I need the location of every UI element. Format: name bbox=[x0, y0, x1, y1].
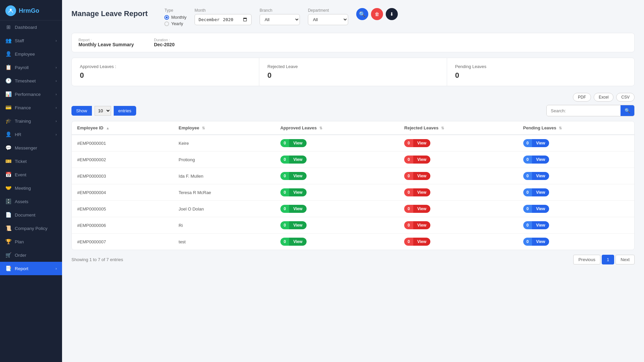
pending-badge-5[interactable]: 0 View bbox=[523, 221, 549, 229]
approved-view-6[interactable]: View bbox=[289, 238, 306, 246]
cell-pending-2: 0 View bbox=[518, 168, 634, 184]
pending-view-4[interactable]: View bbox=[532, 205, 549, 213]
sidebar-item-assets[interactable]: 🗄️ Assets bbox=[0, 195, 62, 208]
approved-view-1[interactable]: View bbox=[289, 156, 306, 164]
rejected-view-2[interactable]: View bbox=[413, 172, 430, 180]
approved-badge-4[interactable]: 0 View bbox=[280, 205, 307, 213]
sidebar-item-report[interactable]: 📑 Report › bbox=[0, 262, 62, 275]
search-button[interactable]: 🔍 bbox=[356, 8, 368, 20]
approved-view-2[interactable]: View bbox=[289, 172, 306, 180]
rejected-badge-4[interactable]: 0 View bbox=[404, 205, 430, 213]
approved-view-4[interactable]: View bbox=[289, 205, 306, 213]
rejected-view-6[interactable]: View bbox=[413, 238, 430, 246]
col-approved-leaves[interactable]: Approved Leaves ⇅ bbox=[275, 121, 399, 135]
month-filter-label: Month bbox=[195, 8, 252, 13]
search-box: 🔍 bbox=[546, 105, 635, 116]
search-input[interactable] bbox=[547, 106, 621, 116]
month-input[interactable] bbox=[195, 14, 252, 25]
yearly-option[interactable]: Yearly bbox=[164, 21, 186, 26]
pending-badge-3[interactable]: 0 View bbox=[523, 188, 549, 196]
pending-view-3[interactable]: View bbox=[532, 188, 549, 196]
approved-count-5: 0 bbox=[280, 221, 289, 229]
rejected-view-4[interactable]: View bbox=[413, 205, 430, 213]
pending-badge-2[interactable]: 0 View bbox=[523, 172, 549, 180]
sidebar-item-document[interactable]: 📄 Document bbox=[0, 208, 62, 222]
department-select[interactable]: All bbox=[308, 14, 348, 25]
pending-badge-6[interactable]: 0 View bbox=[523, 238, 549, 246]
pending-badge-4[interactable]: 0 View bbox=[523, 205, 549, 213]
entries-select[interactable]: 10 25 50 bbox=[95, 106, 111, 116]
sidebar-item-dashboard[interactable]: ⊞ Dashboard bbox=[0, 20, 62, 34]
show-button[interactable]: Show bbox=[71, 106, 92, 116]
approved-badge-3[interactable]: 0 View bbox=[280, 188, 307, 196]
sidebar-item-hr[interactable]: 👤 HR › bbox=[0, 128, 62, 141]
rejected-badge-3[interactable]: 0 View bbox=[404, 188, 430, 196]
sidebar-item-training[interactable]: 🎓 Training › bbox=[0, 114, 62, 128]
sidebar-item-company-policy[interactable]: 📜 Company Policy bbox=[0, 222, 62, 235]
branch-select[interactable]: All bbox=[260, 14, 300, 25]
excel-button[interactable]: Excel bbox=[594, 93, 613, 102]
rejected-badge-5[interactable]: 0 View bbox=[404, 221, 430, 229]
rejected-badge-1[interactable]: 0 View bbox=[404, 156, 430, 164]
sidebar-label-8: HR bbox=[15, 132, 21, 137]
search-icon-button[interactable]: 🔍 bbox=[621, 105, 634, 116]
pending-view-5[interactable]: View bbox=[532, 221, 549, 229]
sidebar-item-order[interactable]: 🛒 Order bbox=[0, 248, 62, 262]
approved-badge-1[interactable]: 0 View bbox=[280, 156, 307, 164]
csv-button[interactable]: CSV bbox=[616, 93, 635, 102]
pending-view-6[interactable]: View bbox=[532, 238, 549, 246]
sidebar-item-event[interactable]: 📅 Event bbox=[0, 168, 62, 181]
delete-button[interactable]: 🗑 bbox=[371, 8, 383, 20]
approved-view-5[interactable]: View bbox=[289, 221, 306, 229]
next-button[interactable]: Next bbox=[615, 255, 635, 264]
rejected-view-3[interactable]: View bbox=[413, 188, 430, 196]
col-employee[interactable]: Employee ⇅ bbox=[173, 121, 275, 135]
sidebar-item-timesheet[interactable]: 🕐 Timesheet › bbox=[0, 74, 62, 87]
sidebar-item-left-7: 🎓 Training bbox=[5, 118, 31, 124]
sidebar-item-employee[interactable]: 👤 Employee bbox=[0, 47, 62, 61]
sidebar-item-finance[interactable]: 💳 Finance › bbox=[0, 101, 62, 114]
sidebar-icon-1: 👥 bbox=[5, 38, 11, 44]
approved-leaves-card: Approved Leaves : 0 bbox=[72, 58, 259, 86]
pending-view-2[interactable]: View bbox=[532, 172, 549, 180]
sidebar-icon-8: 👤 bbox=[5, 131, 11, 137]
sidebar-item-ticket[interactable]: 🎫 Ticket bbox=[0, 155, 62, 168]
cell-approved-0: 0 View bbox=[275, 135, 399, 152]
pending-badge-0[interactable]: 0 View bbox=[523, 139, 549, 147]
previous-button[interactable]: Previous bbox=[573, 255, 600, 264]
sidebar-item-messenger[interactable]: 💬 Messenger bbox=[0, 141, 62, 155]
pending-view-1[interactable]: View bbox=[532, 156, 549, 164]
rejected-badge-2[interactable]: 0 View bbox=[404, 172, 430, 180]
yearly-radio[interactable] bbox=[164, 21, 169, 26]
cell-emp-id-1: #EMP0000002 bbox=[72, 152, 173, 168]
sidebar-item-performance[interactable]: 📊 Performance › bbox=[0, 87, 62, 101]
sidebar-item-staff[interactable]: 👥 Staff › bbox=[0, 34, 62, 47]
pending-view-0[interactable]: View bbox=[532, 139, 549, 147]
col-pending-leaves[interactable]: Pending Leaves ⇅ bbox=[518, 121, 634, 135]
sidebar-icon-14: 📄 bbox=[5, 212, 11, 218]
page-1-button[interactable]: 1 bbox=[602, 255, 614, 264]
approved-badge-2[interactable]: 0 View bbox=[280, 172, 307, 180]
download-button[interactable]: ⬇ bbox=[386, 8, 398, 20]
pending-badge-1[interactable]: 0 View bbox=[523, 156, 549, 164]
rejected-view-5[interactable]: View bbox=[413, 221, 430, 229]
rejected-view-0[interactable]: View bbox=[413, 139, 430, 147]
sidebar-item-meeting[interactable]: 🤝 Meeting bbox=[0, 181, 62, 195]
approved-badge-6[interactable]: 0 View bbox=[280, 238, 307, 246]
sidebar-item-payroll[interactable]: 📋 Payroll › bbox=[0, 61, 62, 74]
monthly-option[interactable]: Monthly bbox=[164, 15, 186, 20]
approved-badge-5[interactable]: 0 View bbox=[280, 221, 307, 229]
approved-view-3[interactable]: View bbox=[289, 188, 306, 196]
monthly-radio[interactable] bbox=[164, 15, 169, 20]
approved-view-0[interactable]: View bbox=[289, 139, 306, 147]
rejected-badge-6[interactable]: 0 View bbox=[404, 238, 430, 246]
rejected-badge-0[interactable]: 0 View bbox=[404, 139, 430, 147]
col-employee-id[interactable]: Employee ID ▲ bbox=[72, 121, 173, 135]
sidebar-item-plan[interactable]: 🏆 Plan bbox=[0, 235, 62, 248]
cell-emp-name-0: Keire bbox=[173, 135, 275, 152]
approved-count-6: 0 bbox=[280, 238, 289, 246]
pdf-button[interactable]: PDF bbox=[573, 93, 591, 102]
rejected-view-1[interactable]: View bbox=[413, 156, 430, 164]
approved-badge-0[interactable]: 0 View bbox=[280, 139, 307, 147]
col-rejected-leaves[interactable]: Rejected Leaves ⇅ bbox=[399, 121, 518, 135]
